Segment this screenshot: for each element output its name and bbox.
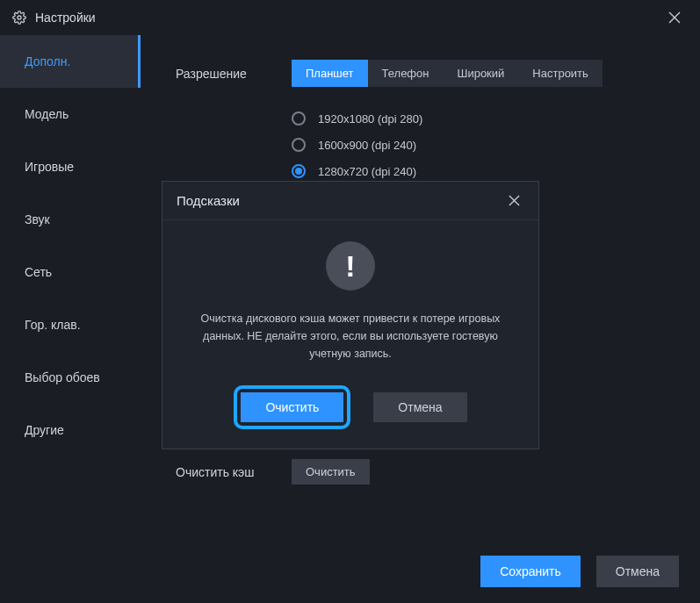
sidebar-item-label: Модель (25, 107, 69, 121)
resolution-tabs: Планшет Телефон Широкий Настроить (292, 60, 603, 87)
sidebar-item-hotkeys[interactable]: Гор. клав. (0, 298, 141, 351)
sidebar-item-label: Выбор обоев (25, 370, 100, 384)
sidebar-item-wallpaper[interactable]: Выбор обоев (0, 351, 141, 404)
tab-tablet[interactable]: Планшет (292, 60, 368, 87)
tab-wide[interactable]: Широкий (443, 60, 518, 87)
sidebar-item-label: Дополн. (25, 54, 70, 68)
sidebar-item-network[interactable]: Сеть (0, 246, 141, 298)
sidebar-item-advanced[interactable]: Дополн. (0, 35, 141, 88)
clear-cache-button[interactable]: Очистить (292, 459, 370, 485)
sidebar-item-label: Сеть (25, 265, 52, 279)
modal-header: Подсказки (162, 182, 538, 220)
radio-label: 1920x1080 (dpi 280) (318, 112, 422, 126)
window-title: Настройки (35, 11, 96, 25)
radio-icon (292, 138, 306, 152)
window-close-button[interactable] (661, 4, 688, 31)
warning-icon: ! (326, 241, 375, 291)
tab-custom[interactable]: Настроить (518, 60, 603, 87)
sidebar: Дополн. Модель Игровые Звук Сеть Гор. кл… (0, 35, 141, 540)
modal-cancel-button[interactable]: Отмена (373, 392, 466, 422)
confirm-highlight: Очистить (234, 385, 350, 429)
clear-cache-row: Очистить кэш Очистить (176, 459, 668, 485)
titlebar: Настройки (0, 0, 700, 35)
sidebar-item-sound[interactable]: Звук (0, 193, 141, 246)
radio-icon (292, 111, 306, 126)
resolution-row: Разрешение Планшет Телефон Широкий Настр… (176, 60, 668, 87)
cancel-button[interactable]: Отмена (596, 556, 679, 587)
modal-body: ! Очистка дискового кэша может привести … (162, 220, 538, 449)
resolution-label: Разрешение (176, 60, 292, 81)
modal-close-button[interactable] (503, 190, 524, 212)
warning-glyph: ! (345, 249, 355, 284)
clear-cache-label: Очистить кэш (176, 465, 292, 479)
radio-label: 1600x900 (dpi 240) (318, 139, 416, 152)
sidebar-item-game[interactable]: Игровые (0, 140, 141, 193)
radio-icon (292, 164, 306, 178)
sidebar-item-label: Другие (25, 423, 64, 437)
titlebar-left: Настройки (12, 11, 96, 25)
resolution-options-row: 1920x1080 (dpi 280) 1600x900 (dpi 240) 1… (176, 108, 668, 178)
sidebar-item-other[interactable]: Другие (0, 404, 141, 456)
radio-1920x1080[interactable]: 1920x1080 (dpi 280) (292, 111, 422, 126)
spacer (176, 108, 292, 115)
gear-icon (12, 11, 26, 25)
hints-modal: Подсказки ! Очистка дискового кэша может… (162, 181, 539, 449)
svg-point-0 (18, 16, 21, 19)
radio-1600x900[interactable]: 1600x900 (dpi 240) (292, 138, 422, 152)
sidebar-item-label: Звук (25, 212, 50, 226)
footer: Сохранить Отмена (0, 540, 700, 603)
radio-1280x720[interactable]: 1280x720 (dpi 240) (292, 164, 422, 178)
resolution-radio-group: 1920x1080 (dpi 280) 1600x900 (dpi 240) 1… (292, 108, 422, 178)
radio-label: 1280x720 (dpi 240) (318, 165, 416, 178)
modal-actions: Очистить Отмена (187, 385, 514, 429)
tab-phone[interactable]: Телефон (368, 60, 444, 87)
sidebar-item-label: Гор. клав. (25, 318, 81, 332)
modal-message: Очистка дискового кэша может привести к … (187, 310, 514, 363)
sidebar-item-label: Игровые (25, 160, 74, 174)
sidebar-item-model[interactable]: Модель (0, 88, 141, 140)
save-button[interactable]: Сохранить (480, 556, 581, 587)
modal-title: Подсказки (177, 193, 240, 208)
modal-confirm-button[interactable]: Очистить (241, 392, 343, 422)
